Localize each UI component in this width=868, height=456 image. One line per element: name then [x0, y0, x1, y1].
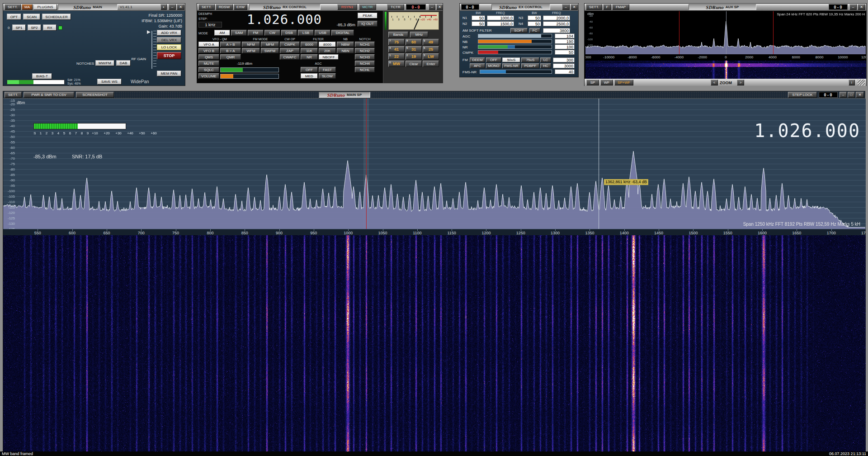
rx-cwafc-button[interactable]: CWAFC — [280, 54, 300, 60]
rx-nch1-button[interactable]: NCH1 — [355, 42, 375, 47]
band-key-22[interactable]: 221 — [388, 53, 405, 60]
rx-titlebar[interactable]: SETT. RDSW EXW SDRuno RX CONTROL RSYN1 M… — [197, 4, 443, 11]
am-filter-value[interactable]: 3800 — [543, 28, 570, 33]
close-button[interactable]: ✕ — [436, 4, 443, 10]
rx-b-a-button[interactable]: B > A — [220, 48, 241, 53]
clear-button[interactable]: Clear — [406, 61, 422, 67]
enter-button[interactable]: Enter — [423, 61, 439, 67]
close-button[interactable]: ✕ — [856, 92, 864, 98]
opt-button[interactable]: OPT — [7, 14, 21, 20]
hc-button[interactable]: HC — [540, 63, 551, 68]
peak-button[interactable]: PEAK — [358, 13, 377, 19]
step-value[interactable]: 1 kHz — [198, 22, 222, 28]
rx-nfm-button[interactable]: NFM — [242, 42, 260, 47]
notch-n4-bw[interactable]: 50 — [528, 21, 541, 26]
rx-11k-button[interactable]: 11K — [301, 48, 318, 53]
resize-grip[interactable] — [858, 80, 865, 86]
rx-mode-dsb-button[interactable]: DSB — [281, 30, 297, 36]
rx-cwpk-button[interactable]: CWPK — [280, 42, 300, 47]
aux-sett-button[interactable]: SETT. — [586, 4, 602, 10]
iq-out-button[interactable]: IQ OUT — [358, 21, 377, 27]
mono-button[interactable]: MONO — [486, 63, 501, 68]
squelch-slider[interactable] — [220, 67, 279, 72]
info-button[interactable]: i — [849, 80, 855, 86]
rx-8000-button[interactable]: 8000 — [319, 42, 336, 47]
nb-slider[interactable] — [478, 39, 552, 43]
band-key-49[interactable]: 499 — [423, 39, 439, 45]
rx-fast-button[interactable]: FAST — [319, 67, 336, 72]
agc-slider[interactable] — [478, 34, 552, 38]
close-button[interactable]: ✕ — [177, 4, 184, 10]
notch-n1-freq[interactable]: 1000,0 — [487, 15, 514, 20]
rf-gain-slider-track[interactable] — [151, 31, 152, 69]
ex-titlebar[interactable]: 0-0 SDRuno EX CONTROL – ✕ — [460, 4, 578, 11]
maximize-button[interactable]: □ — [848, 92, 855, 98]
bias-t-button[interactable]: BIAS-T — [32, 73, 52, 79]
deem-75us-button[interactable]: 75uS — [521, 57, 539, 62]
f-button[interactable]: F — [603, 4, 611, 10]
scan-button[interactable]: SCAN — [23, 14, 40, 20]
close-button[interactable]: ✕ — [858, 4, 865, 10]
scheduler-button[interactable]: SCHEDULER — [42, 14, 71, 20]
rx-nch4-button[interactable]: NCH4 — [355, 61, 375, 66]
rx-nr-button[interactable]: NR — [301, 54, 318, 60]
pwr-snr-csv-button[interactable]: PWR & SNR TO CSV — [24, 92, 74, 98]
sp-view-button[interactable]: SP — [586, 80, 599, 86]
pdbpf-button[interactable]: PDBPF — [521, 63, 539, 68]
main-spectrum-display[interactable] — [3, 99, 866, 229]
rx-swfm-button[interactable]: SWFM — [261, 48, 279, 53]
zoom-in-button[interactable]: > — [737, 80, 744, 86]
main-sp-sett-button[interactable]: SETT. — [5, 92, 22, 98]
main-ma-button[interactable]: MA — [22, 4, 33, 10]
zoom-out-button[interactable]: < — [711, 80, 718, 86]
band-key-75[interactable]: 757 — [388, 39, 405, 45]
nb-value[interactable]: 190 — [555, 39, 575, 44]
rx-vfo-a-button[interactable]: VFO A — [198, 42, 219, 47]
fms-nr-slider[interactable] — [480, 70, 552, 74]
deem-off-button[interactable]: OFF — [486, 57, 501, 62]
notch-n2-bw[interactable]: 50 — [472, 21, 485, 26]
fmap-button[interactable]: FMAP — [612, 4, 629, 10]
rx-off-button[interactable]: OFF — [301, 67, 318, 72]
rx-mode-sam-button[interactable]: SAM — [231, 30, 247, 36]
band-key-lw[interactable]: LW3 — [423, 53, 439, 60]
minimize-button[interactable]: – — [429, 4, 435, 10]
rx-mode-lsb-button[interactable]: LSB — [298, 30, 314, 36]
hc-value[interactable]: 3000 — [553, 63, 575, 68]
rx-mfm-button[interactable]: MFM — [261, 42, 279, 47]
rx-nch3-button[interactable]: NCH3 — [355, 54, 375, 60]
main-sett-button[interactable]: SETT. — [5, 4, 21, 10]
notch-n1-bw[interactable]: 50 — [472, 15, 485, 20]
band-key-41[interactable]: 414 — [388, 46, 405, 52]
rx-20k-button[interactable]: 20K — [319, 48, 336, 53]
notch-n3-freq[interactable]: 2000,0 — [543, 15, 570, 20]
save-ws-button[interactable]: SAVE WS — [97, 79, 122, 85]
rx-sqlc-button[interactable]: SQLC — [198, 67, 219, 72]
rx-sett-button[interactable]: SETT. — [198, 4, 215, 10]
main-plugins-button[interactable]: PLUGINS — [33, 4, 57, 10]
rx-zap-button[interactable]: ZAP — [280, 48, 300, 53]
lo-lock-button[interactable]: LO LOCK — [157, 44, 181, 50]
band-key-60[interactable]: 608 — [406, 39, 422, 45]
mctr-button[interactable]: MCTR — [359, 4, 376, 10]
band-key-31[interactable]: 315 — [406, 46, 422, 52]
band-key-25[interactable]: 256 — [423, 46, 439, 52]
rx-mute-button[interactable]: MUTE — [198, 61, 219, 66]
cwpk-value[interactable]: 50 — [555, 50, 575, 55]
frequency-scale[interactable]: 5506006507007508008509009501000105011001… — [3, 229, 866, 235]
stop-button[interactable]: STOP — [157, 52, 181, 59]
sp1-button[interactable]: SP1 — [12, 24, 26, 31]
aux-titlebar[interactable]: SETT. F FMAP SDRuno AUX SP 0-0 – ✕ — [585, 4, 866, 11]
rx-slow-button[interactable]: SLOW — [319, 73, 336, 79]
rdsw-button[interactable]: RDSW — [216, 4, 233, 10]
deem-50us-button[interactable]: 50uS — [502, 57, 520, 62]
rx-nchl-button[interactable]: NCHL — [355, 67, 375, 72]
tctr-button[interactable]: TCTR — [387, 4, 404, 10]
minimize-button[interactable]: – — [849, 4, 857, 10]
dab-button[interactable]: DAB — [116, 60, 131, 66]
minimize-button[interactable]: – — [562, 4, 570, 10]
rx-nbn-button[interactable]: NBN — [337, 48, 354, 53]
rf-gain-slider-handle[interactable] — [147, 30, 151, 34]
aux-spectrum-display[interactable] — [585, 11, 866, 54]
lc-button[interactable]: LC — [540, 57, 551, 62]
